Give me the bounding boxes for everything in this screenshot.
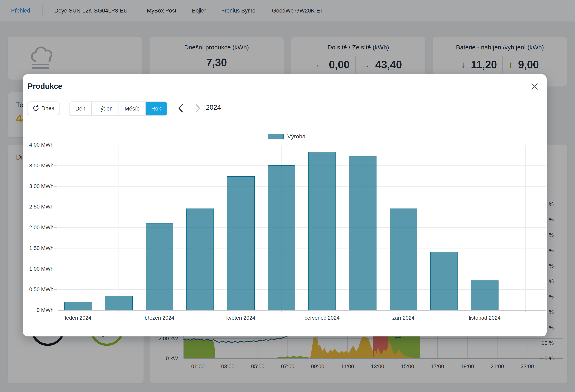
bar-květen xyxy=(227,176,255,310)
bar-listopad xyxy=(471,280,499,310)
h-gridline xyxy=(58,145,546,145)
bar-březen xyxy=(145,223,173,310)
y-tick-label: 2,50 MWh xyxy=(23,204,53,210)
next-period-button[interactable] xyxy=(194,103,202,114)
previous-period-button[interactable] xyxy=(177,103,185,114)
y-tick-label: 3,50 MWh xyxy=(23,162,53,169)
today-button-label: Dnes xyxy=(41,105,54,112)
x-tick-label: květen 2024 xyxy=(216,315,265,321)
y-tick-mark xyxy=(53,207,57,207)
y-tick-mark xyxy=(53,165,57,166)
close-button[interactable] xyxy=(529,81,540,92)
y-tick-label: 0,50 MWh xyxy=(23,286,53,293)
x-tick-mark xyxy=(119,311,119,312)
x-tick-mark xyxy=(444,311,444,312)
x-tick-label: září 2024 xyxy=(379,315,428,321)
chevron-right-icon xyxy=(195,104,201,113)
y-tick-label: 0 MWh xyxy=(23,307,53,313)
v-gridline xyxy=(525,145,526,310)
bar-červenec xyxy=(308,152,336,310)
x-tick-label: listopad 2024 xyxy=(460,315,509,321)
bar-leden xyxy=(64,302,92,310)
chart-legend[interactable]: Výroba xyxy=(268,133,306,140)
bar-únor xyxy=(105,296,133,310)
y-tick-label: 1,50 MWh xyxy=(23,245,53,251)
bar-říjen xyxy=(430,252,458,310)
y-tick-mark xyxy=(53,248,57,249)
x-tick-mark xyxy=(281,311,282,312)
h-gridline xyxy=(58,227,546,228)
x-tick-mark xyxy=(525,311,526,312)
range-button-group: DenTýdenMěsícRok xyxy=(69,101,167,116)
bar-září xyxy=(390,208,417,310)
range-button-týden[interactable]: Týden xyxy=(91,102,119,115)
h-gridline xyxy=(58,186,546,186)
h-gridline xyxy=(58,248,546,249)
y-tick-mark xyxy=(53,289,57,290)
bar-duben xyxy=(186,208,214,310)
v-gridline xyxy=(119,145,119,310)
today-button[interactable]: Dnes xyxy=(27,101,60,115)
bar-srpen xyxy=(349,156,377,310)
y-tick-label: 1,00 MWh xyxy=(23,266,53,272)
y-tick-mark xyxy=(53,186,57,186)
range-button-den[interactable]: Den xyxy=(70,102,91,115)
dashboard-screen: PřehledDeye SUN-12K-SG04LP3-EUMyBox Post… xyxy=(0,0,575,392)
y-tick-label: 3,00 MWh xyxy=(23,183,53,189)
legend-label: Výroba xyxy=(287,133,306,140)
y-tick-mark xyxy=(53,269,57,269)
legend-swatch xyxy=(268,134,284,139)
h-gridline xyxy=(58,207,546,207)
production-modal: Produkce Dnes DenTýdenMěsícRok 2024 Výro… xyxy=(23,74,547,336)
x-tick-label: leden 2024 xyxy=(53,315,103,321)
y-tick-mark xyxy=(53,310,57,310)
bar-červen xyxy=(268,165,295,310)
range-button-rok[interactable]: Rok xyxy=(145,102,167,115)
modal-title: Produkce xyxy=(28,82,62,91)
x-tick-label: březen 2024 xyxy=(135,315,184,321)
y-tick-label: 4,00 MWh xyxy=(23,142,53,148)
y-tick-label: 2,00 MWh xyxy=(23,224,53,231)
y-tick-mark xyxy=(53,145,57,145)
close-icon xyxy=(531,83,538,90)
y-tick-mark xyxy=(53,227,57,228)
x-tick-mark xyxy=(362,311,363,312)
h-gridline xyxy=(58,165,546,166)
h-gridline xyxy=(58,269,546,269)
refresh-icon xyxy=(33,105,39,112)
year-label: 2024 xyxy=(206,104,221,111)
production-bar-chart xyxy=(58,145,546,310)
chevron-left-icon xyxy=(178,104,184,113)
x-tick-mark xyxy=(200,311,200,312)
range-button-měsíc[interactable]: Měsíc xyxy=(119,102,145,115)
x-tick-label: červenec 2024 xyxy=(298,315,347,321)
